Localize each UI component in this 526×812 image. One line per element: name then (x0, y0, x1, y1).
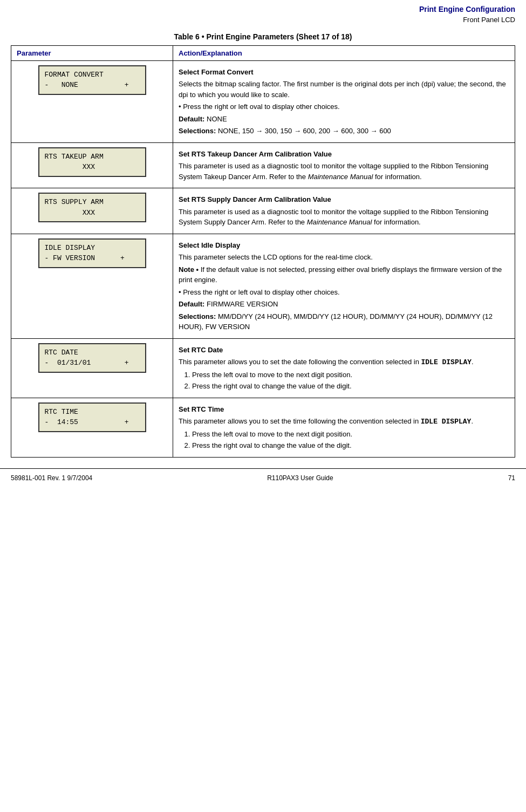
action-body-idle-display: This parameter selects the LCD options f… (179, 252, 509, 263)
col-parameter-header: Parameter (11, 45, 173, 60)
footer-center: R110PAX3 User Guide (267, 474, 333, 482)
steps-rtc-time: Press the left oval to move to the next … (192, 429, 509, 451)
table-row: FORMAT CONVERT - NONE +Select Format Con… (11, 60, 515, 142)
action-title-rtc-date: Set RTC Date (179, 346, 223, 354)
action-cell-rtc-date: Set RTC DateThis parameter allows you to… (173, 338, 515, 398)
param-cell-rts-supply-arm: RTS SUPPLY ARM XXX (11, 188, 173, 234)
selections-idle-display: Selections: MM/DD/YY (24 HOUR), MM/DD/YY… (179, 311, 509, 332)
footer-left: 58981L-001 Rev. 1 9/7/2004 (11, 474, 92, 482)
bullet-idle-display: Press the right or left oval to display … (179, 287, 509, 298)
bullet-format-convert: Press the right or left oval to display … (179, 101, 509, 112)
page-header: Print Engine Configuration Front Panel L… (0, 0, 526, 27)
action-body-format-convert: Selects the bitmap scaling factor. The f… (179, 79, 509, 100)
lcd-display-rts-takeup-arm: RTS TAKEUP ARM XXX (38, 147, 146, 177)
step-rtc-time-2: Press the right oval to change the value… (192, 440, 509, 451)
action-cell-idle-display: Select Idle DisplayThis parameter select… (173, 234, 515, 338)
action-title-rts-supply-arm: Set RTS Supply Dancer Arm Calibration Va… (179, 195, 331, 203)
action-mono-rtc-date: IDLE DISPLAY (421, 358, 472, 366)
lcd-display-idle-display: IDLE DISPLAY - FW VERSION + (38, 238, 146, 268)
action-title-idle-display: Select Idle Display (179, 241, 240, 249)
action-cell-rts-supply-arm: Set RTS Supply Dancer Arm Calibration Va… (173, 188, 515, 234)
page-footer: 58981L-001 Rev. 1 9/7/2004 R110PAX3 User… (0, 468, 526, 487)
action-italic-rts-takeup-arm: Maintenance Manual (308, 173, 373, 181)
action-cell-format-convert: Select Format ConvertSelects the bitmap … (173, 60, 515, 142)
action-cell-rts-takeup-arm: Set RTS Takeup Dancer Arm Calibration Va… (173, 142, 515, 188)
action-body-rtc-date: This parameter allows you to set the dat… (179, 357, 509, 368)
table-row: RTC DATE - 01/31/01 +Set RTC DateThis pa… (11, 338, 515, 398)
col-action-header: Action/Explanation (173, 45, 515, 60)
default-idle-display: Default: FIRMWARE VERSION (179, 299, 509, 310)
param-cell-format-convert: FORMAT CONVERT - NONE + (11, 60, 173, 142)
param-cell-idle-display: IDLE DISPLAY - FW VERSION + (11, 234, 173, 338)
steps-rtc-date: Press the left oval to move to the next … (192, 370, 509, 392)
action-body-rts-takeup-arm: This parameter is used as a diagnostic t… (179, 161, 509, 182)
default-format-convert: Default: NONE (179, 114, 509, 125)
action-title-rts-takeup-arm: Set RTS Takeup Dancer Arm Calibration Va… (179, 150, 332, 158)
lcd-display-format-convert: FORMAT CONVERT - NONE + (38, 65, 146, 95)
lcd-display-rtc-date: RTC DATE - 01/31/01 + (38, 343, 146, 373)
header-subtitle: Front Panel LCD (11, 15, 515, 25)
action-mono-rtc-time: IDLE DISPLAY (421, 418, 472, 426)
action-title-rtc-time: Set RTC Time (179, 405, 224, 413)
param-cell-rts-takeup-arm: RTS TAKEUP ARM XXX (11, 142, 173, 188)
action-body-rts-supply-arm: This parameter is used as a diagnostic t… (179, 207, 509, 228)
lcd-display-rtc-time: RTC TIME - 14:55 + (38, 402, 146, 432)
action-title-format-convert: Select Format Convert (179, 68, 254, 76)
page-container: Print Engine Configuration Front Panel L… (0, 0, 526, 812)
parameters-table: Parameter Action/Explanation FORMAT CONV… (11, 45, 515, 458)
param-cell-rtc-time: RTC TIME - 14:55 + (11, 398, 173, 457)
param-cell-rtc-date: RTC DATE - 01/31/01 + (11, 338, 173, 398)
table-row: RTC TIME - 14:55 +Set RTC TimeThis param… (11, 398, 515, 457)
lcd-display-rts-supply-arm: RTS SUPPLY ARM XXX (38, 193, 146, 222)
step-rtc-date-2: Press the right oval to change the value… (192, 381, 509, 392)
header-title: Print Engine Configuration (11, 4, 515, 15)
step-rtc-date-1: Press the left oval to move to the next … (192, 370, 509, 380)
action-italic-rts-supply-arm: Maintenance Manual (307, 218, 372, 226)
table-row: RTS TAKEUP ARM XXXSet RTS Takeup Dancer … (11, 142, 515, 188)
step-rtc-time-1: Press the left oval to move to the next … (192, 429, 509, 440)
table-title: Table 6 • Print Engine Parameters (Sheet… (0, 27, 526, 45)
action-body-rtc-time: This parameter allows you to set the tim… (179, 416, 509, 427)
table-row: IDLE DISPLAY - FW VERSION +Select Idle D… (11, 234, 515, 338)
action-cell-rtc-time: Set RTC TimeThis parameter allows you to… (173, 398, 515, 457)
note-idle-display: Note • If the default value is not selec… (179, 264, 509, 285)
table-row: RTS SUPPLY ARM XXXSet RTS Supply Dancer … (11, 188, 515, 234)
selections-format-convert: Selections: NONE, 150 → 300, 150 → 600, … (179, 126, 509, 137)
footer-right: 71 (508, 474, 515, 482)
note-label-idle-display: Note • (179, 265, 201, 274)
